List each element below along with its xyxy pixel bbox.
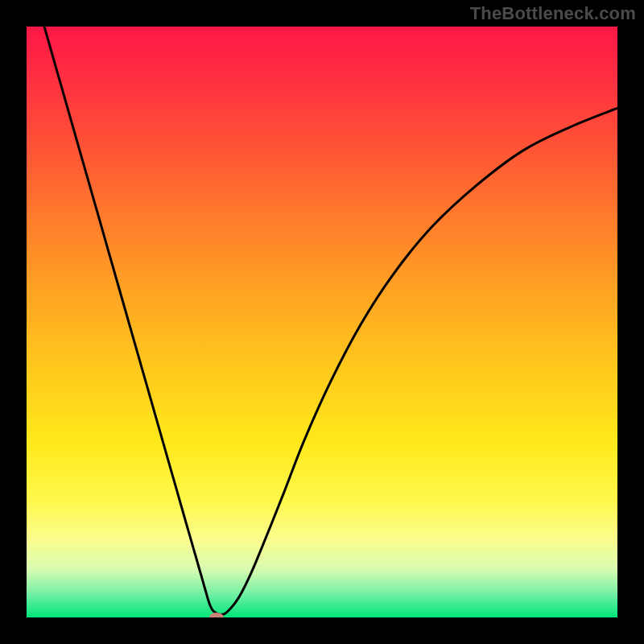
plot-area	[27, 27, 617, 617]
bottleneck-curve	[27, 27, 617, 617]
chart-frame: TheBottleneck.com	[0, 0, 644, 644]
attribution-watermark: TheBottleneck.com	[470, 3, 636, 24]
